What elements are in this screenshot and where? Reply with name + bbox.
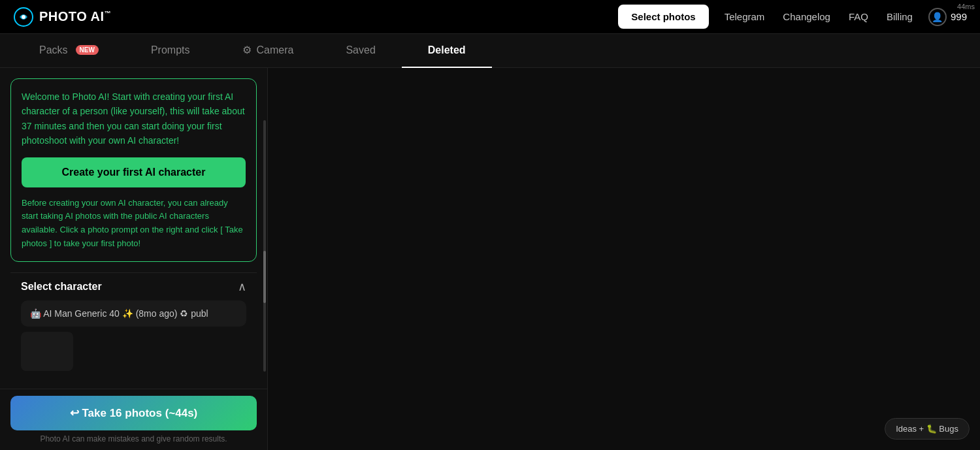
character-name: AI Man Generic 40 — [43, 308, 120, 319]
character-visibility: publ — [191, 308, 208, 319]
svg-point-1 — [22, 15, 25, 19]
telegram-link[interactable]: Telegram — [725, 11, 765, 22]
header: PHOTO AI™ Select photos Telegram Changel… — [0, 0, 980, 34]
visibility-icon: ♻ — [180, 308, 188, 319]
tab-prompts-label: Prompts — [151, 44, 190, 56]
tab-packs[interactable]: Packs NEW — [13, 34, 125, 68]
select-photos-button[interactable]: Select photos — [618, 5, 708, 29]
take-photos-button[interactable]: ↩ Take 16 photos (~44s) — [10, 396, 257, 430]
welcome-card: Welcome to Photo AI! Start with creating… — [10, 78, 257, 262]
tab-packs-new-badge: NEW — [76, 45, 99, 55]
latency-badge: 44ms — [957, 3, 975, 10]
sidebar-bottom: ↩ Take 16 photos (~44s) Photo AI can mak… — [0, 389, 267, 450]
tab-packs-label: Packs — [39, 44, 68, 56]
content-area — [268, 68, 980, 450]
changelog-link[interactable]: Changelog — [783, 11, 830, 22]
sparkle-icon: ✨ — [122, 308, 133, 319]
tab-camera[interactable]: ⚙ Camera — [216, 34, 320, 68]
ideas-bugs-button[interactable]: Ideas + 🐛 Bugs — [885, 418, 970, 440]
welcome-text: Welcome to Photo AI! Start with creating… — [22, 89, 246, 148]
scrollbar-thumb[interactable] — [263, 251, 266, 303]
camera-icon: ⚙ — [242, 44, 252, 56]
before-text: Before creating your own AI character, y… — [22, 197, 246, 251]
logo-area: PHOTO AI™ — [13, 7, 111, 27]
sidebar-scroll[interactable]: Welcome to Photo AI! Start with creating… — [0, 68, 267, 389]
tab-prompts[interactable]: Prompts — [125, 34, 216, 68]
logo-text: PHOTO AI™ — [39, 9, 111, 24]
scrollbar-track[interactable] — [263, 120, 266, 372]
tab-deleted[interactable]: Deleted — [402, 34, 492, 68]
chevron-up-icon[interactable]: ∧ — [238, 280, 246, 294]
tab-saved-label: Saved — [346, 44, 375, 56]
header-nav: Telegram Changelog FAQ Billing — [725, 11, 913, 22]
tab-saved[interactable]: Saved — [319, 34, 401, 68]
tab-camera-label: Camera — [257, 44, 294, 56]
character-list-item[interactable]: 🤖 AI Man Generic 40 ✨ (8mo ago) ♻ publ — [21, 300, 246, 327]
tabs-bar: Packs NEW Prompts ⚙ Camera Saved Deleted — [0, 34, 980, 68]
main-layout: Welcome to Photo AI! Start with creating… — [0, 68, 980, 450]
faq-link[interactable]: FAQ — [849, 11, 868, 22]
sidebar: Welcome to Photo AI! Start with creating… — [0, 68, 268, 450]
billing-link[interactable]: Billing — [887, 11, 913, 22]
create-character-button[interactable]: Create your first AI character — [22, 157, 246, 187]
user-icon: 👤 — [928, 8, 947, 26]
logo-icon — [13, 7, 34, 27]
tab-deleted-label: Deleted — [428, 44, 466, 56]
select-character-title: Select character — [21, 281, 102, 293]
character-icon: 🤖 — [30, 308, 41, 319]
credits-count: 999 — [951, 11, 967, 22]
character-time: (8mo ago) — [136, 308, 178, 319]
select-character-section: Select character ∧ — [10, 272, 257, 300]
character-thumbnail — [21, 332, 73, 371]
disclaimer-text: Photo AI can make mistakes and give rand… — [10, 434, 257, 443]
